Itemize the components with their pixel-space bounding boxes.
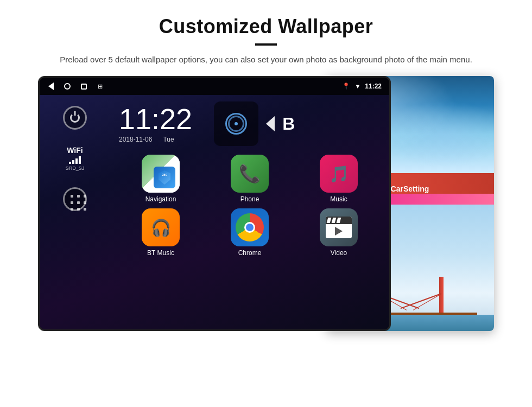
app-grid: 280 Navigation 📞 Phone	[119, 155, 381, 257]
top-row: 11:22 2018-11-06 Tue B	[119, 101, 381, 146]
media-controls	[266, 116, 275, 131]
main-content: 11:22 2018-11-06 Tue B	[110, 95, 389, 329]
phone-icon: 📞	[231, 155, 269, 193]
left-sidebar: WiFi SRD_SJ	[40, 95, 110, 329]
apps-dot	[84, 208, 86, 211]
video-label: Video	[331, 249, 347, 257]
bt-music-icon: 🎧	[142, 208, 180, 246]
phone-label: Phone	[240, 195, 259, 203]
wifi-bar-1	[69, 162, 71, 164]
wifi-bar-2	[72, 160, 74, 164]
location-icon: 📍	[342, 82, 350, 90]
bt-music-label: BT Music	[147, 249, 174, 257]
date-value: 2018-11-06	[119, 136, 152, 143]
home-icon	[64, 83, 71, 90]
music-note-icon: 🎵	[329, 164, 349, 183]
apps-dot	[77, 208, 80, 211]
wifi-bar-3	[75, 158, 78, 164]
prev-track-icon[interactable]	[266, 116, 275, 131]
power-button[interactable]	[63, 106, 87, 130]
antenna-icon	[225, 113, 247, 135]
wifi-ssid: SRD_SJ	[66, 166, 85, 171]
clock-display: 11:22	[119, 104, 192, 133]
back-icon	[48, 82, 54, 90]
screenshot-icon: ⊞	[98, 83, 103, 90]
day-value: Tue	[163, 136, 174, 143]
clapboard-body	[326, 224, 352, 238]
chrome-ring	[236, 213, 264, 241]
apps-button[interactable]	[63, 187, 87, 211]
play-triangle-icon	[335, 227, 343, 236]
home-button[interactable]	[64, 82, 71, 90]
wifi-signal-bars	[66, 156, 85, 164]
apps-dot	[71, 195, 73, 198]
app-item-navigation[interactable]: 280 Navigation	[119, 155, 202, 203]
clapboard-icon	[326, 217, 352, 238]
page-subtitle: Preload over 5 default wallpaper options…	[33, 53, 499, 66]
navigation-label: Navigation	[145, 195, 176, 203]
phone-handset-icon: 📞	[239, 163, 261, 184]
music-label: Music	[330, 195, 347, 203]
wifi-block: WiFi SRD_SJ	[66, 146, 85, 171]
wifi-bar-4	[79, 156, 81, 164]
music-icon: 🎵	[320, 155, 358, 193]
recents-icon	[81, 84, 87, 90]
app-item-video[interactable]: Video	[297, 208, 381, 257]
car-setting-text: CarSetting	[391, 185, 429, 193]
chrome-center	[244, 222, 255, 233]
app-item-music[interactable]: 🎵 Music	[297, 155, 381, 203]
time-block: 11:22 2018-11-06 Tue	[119, 104, 192, 143]
power-icon	[70, 113, 80, 123]
clap-stripe	[327, 218, 332, 223]
apps-dot	[77, 201, 80, 204]
chrome-icon	[231, 208, 269, 246]
android-device: ⊞ 📍 ▼ 11:22 WiFi	[38, 76, 391, 331]
apps-dot	[71, 201, 73, 204]
app-item-chrome[interactable]: Chrome	[208, 208, 292, 257]
recents-button[interactable]	[80, 82, 87, 90]
status-indicators: 📍 ▼ 11:22	[342, 82, 382, 90]
device-showcase: ⊞ 📍 ▼ 11:22 WiFi	[38, 76, 494, 331]
wifi-label: WiFi	[66, 146, 85, 155]
wifi-icon: ▼	[354, 83, 360, 90]
bridge-cable-right	[400, 293, 441, 309]
apps-dot	[77, 195, 80, 198]
clap-stripe	[337, 218, 341, 223]
apps-dot	[84, 201, 86, 204]
clap-stripe	[332, 218, 337, 223]
title-divider	[255, 43, 277, 46]
page-header: Customized Wallpaper Preload over 5 defa…	[0, 0, 532, 76]
b-display: B	[282, 114, 295, 134]
chrome-label: Chrome	[238, 249, 262, 257]
page-title: Customized Wallpaper	[33, 15, 499, 38]
date-display: 2018-11-06 Tue	[119, 136, 192, 143]
app-item-phone[interactable]: 📞 Phone	[208, 155, 292, 203]
nav-buttons: ⊞	[47, 82, 104, 90]
bridge-tower-right	[439, 277, 444, 315]
device-body: WiFi SRD_SJ	[40, 95, 389, 329]
apps-dot	[84, 195, 86, 198]
signal-widget[interactable]	[214, 101, 258, 146]
navigation-icon: 280	[142, 155, 180, 193]
app-item-bt-music[interactable]: 🎧 BT Music	[119, 208, 202, 257]
clapboard-top	[326, 217, 352, 224]
top-widgets: B	[214, 101, 295, 146]
screenshot-button[interactable]: ⊞	[96, 82, 104, 90]
apps-dot	[71, 208, 73, 211]
status-bar: ⊞ 📍 ▼ 11:22	[40, 78, 389, 95]
nav-badge: 280	[154, 167, 175, 188]
back-button[interactable]	[47, 82, 55, 90]
status-time: 11:22	[365, 82, 382, 90]
video-icon	[320, 208, 358, 246]
